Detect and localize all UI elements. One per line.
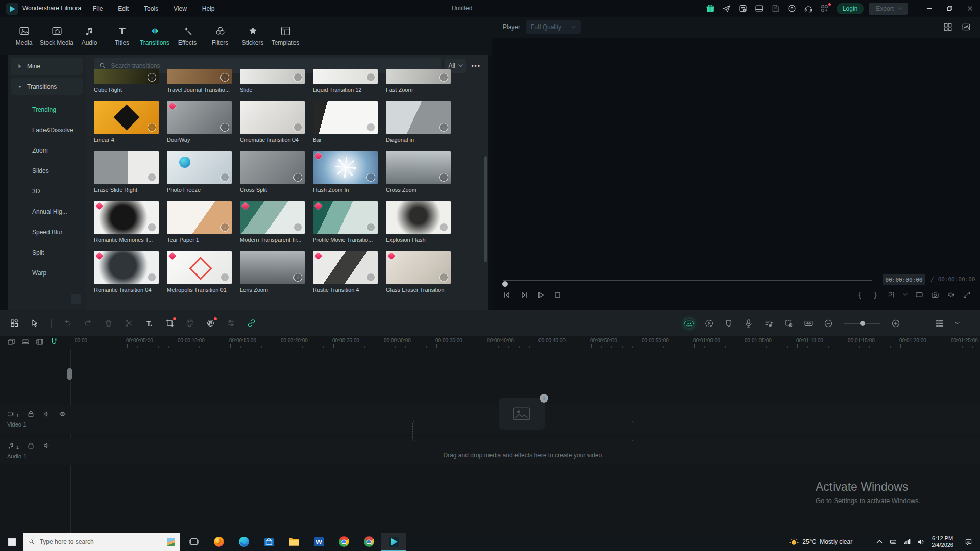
text-tool-icon[interactable]: T.	[145, 319, 154, 328]
start-button-icon[interactable]	[0, 533, 23, 551]
export-upload-icon[interactable]	[788, 4, 797, 13]
download-icon[interactable]	[220, 173, 229, 182]
delete-icon[interactable]	[104, 319, 113, 328]
snapshot-icon[interactable]	[931, 291, 939, 299]
timeline-zoom-slider[interactable]	[844, 323, 880, 324]
download-icon[interactable]	[366, 273, 375, 282]
transition-item[interactable]: Photo Freeze	[167, 151, 232, 193]
tab[interactable]: Stickers	[238, 25, 267, 46]
taskbar-search[interactable]	[23, 533, 180, 551]
keyboard-shortcut-icon[interactable]	[21, 338, 30, 346]
layout-grid-icon[interactable]	[943, 22, 952, 32]
clock[interactable]: 6:12 PM 2/4/2026	[932, 535, 953, 548]
download-icon[interactable]	[293, 223, 302, 232]
display-device-icon[interactable]	[915, 291, 923, 299]
download-icon[interactable]	[148, 173, 156, 182]
tab[interactable]: Transitions	[140, 25, 169, 46]
download-icon[interactable]	[293, 123, 302, 132]
transition-item[interactable]: Modern Transparent Tr...	[240, 201, 305, 243]
stop-icon[interactable]	[553, 291, 562, 299]
marker-icon[interactable]	[724, 319, 733, 328]
mute-icon[interactable]	[43, 442, 51, 449]
sidebar-item[interactable]: Split	[8, 242, 86, 263]
track-manager-icon[interactable]	[935, 319, 944, 328]
preview-render-icon[interactable]	[784, 319, 793, 328]
transition-item[interactable]: Diagonal in	[386, 101, 451, 143]
tab[interactable]: Titles	[107, 25, 137, 46]
download-icon[interactable]	[366, 223, 375, 232]
transition-item[interactable]: Romantic Transition 04	[94, 251, 159, 293]
screen-split-icon[interactable]	[7, 338, 15, 346]
transition-item[interactable]: Cinematic Transition 04	[240, 101, 305, 143]
timeline-ruler[interactable]: 00:0000:00:05:0000:00:10:0000:00:15:0000…	[70, 336, 980, 349]
sidebar-item[interactable]: Trending	[8, 99, 86, 120]
zoom-out-icon[interactable]	[824, 319, 833, 328]
sidebar-item[interactable]: Warp	[8, 263, 86, 283]
touch-keyboard-icon[interactable]	[890, 538, 897, 545]
panel-layout-icon[interactable]	[755, 4, 764, 13]
sidebar-group-transitions[interactable]: Transitions	[11, 78, 83, 95]
menu-item[interactable]: Tools	[144, 5, 158, 12]
ai-copilot-toggle-icon[interactable]	[684, 319, 694, 328]
add-media-icon[interactable]: +	[540, 394, 548, 403]
audio-list-icon[interactable]	[764, 319, 773, 328]
color-palette-icon[interactable]	[186, 319, 194, 328]
fullscreen-icon[interactable]	[963, 291, 971, 299]
menu-item[interactable]: Edit	[118, 5, 129, 12]
select-tool-icon[interactable]	[31, 319, 39, 328]
download-icon[interactable]	[439, 123, 448, 132]
adjust-icon[interactable]	[227, 319, 235, 328]
mark-out-icon[interactable]: }	[871, 291, 879, 299]
support-headset-icon[interactable]	[804, 4, 813, 13]
transition-item[interactable]: Fast Zoom	[386, 69, 451, 93]
lock-icon[interactable]	[27, 442, 35, 449]
caret-down-icon[interactable]	[955, 319, 960, 328]
zoom-slider-handle[interactable]	[860, 321, 865, 326]
transition-item[interactable]: Travel Journal Transitio...	[167, 69, 232, 93]
task-list-icon[interactable]	[739, 4, 748, 13]
caret-down-icon[interactable]	[903, 291, 908, 299]
download-icon[interactable]	[148, 73, 156, 82]
transition-item[interactable]: Cross Zoom	[386, 151, 451, 193]
sidebar-item[interactable]: Fade&Dissolve	[8, 120, 86, 140]
download-icon[interactable]	[148, 273, 156, 282]
sidebar-item[interactable]: Zoom	[8, 140, 86, 161]
playhead-handle[interactable]	[67, 368, 72, 380]
transition-item[interactable]: Cube Right	[94, 69, 159, 93]
speaker-icon[interactable]	[947, 291, 955, 299]
download-icon[interactable]	[439, 223, 448, 232]
chevron-up-icon[interactable]	[876, 538, 883, 545]
transition-item[interactable]: Metropolis Transition 01	[167, 251, 232, 293]
download-icon[interactable]	[366, 123, 375, 132]
tab[interactable]: Media	[9, 25, 39, 46]
download-icon[interactable]	[148, 123, 156, 132]
collapse-sidebar-button[interactable]	[71, 294, 81, 304]
download-icon[interactable]	[220, 273, 229, 282]
minimize-icon[interactable]	[919, 0, 939, 17]
download-icon[interactable]	[220, 73, 229, 82]
download-icon[interactable]	[439, 73, 448, 82]
menu-item[interactable]: View	[174, 5, 187, 12]
download-icon[interactable]	[439, 173, 448, 182]
download-icon[interactable]	[220, 123, 229, 132]
download-icon[interactable]	[293, 273, 302, 282]
split-icon[interactable]	[125, 319, 133, 328]
download-icon[interactable]	[148, 223, 156, 232]
eye-icon[interactable]	[59, 410, 66, 418]
transition-item[interactable]: Profile Movie Transitio...	[313, 201, 378, 243]
transition-item[interactable]: Lens Zoom	[240, 251, 305, 293]
download-icon[interactable]	[293, 173, 302, 182]
send-icon[interactable]	[722, 4, 731, 13]
link-icon[interactable]	[247, 319, 256, 328]
quality-dropdown[interactable]: Full Quality	[526, 20, 581, 34]
action-center-icon[interactable]	[962, 538, 975, 546]
snapping-magnet-icon[interactable]	[50, 338, 58, 346]
download-icon[interactable]	[220, 223, 229, 232]
apps-grid-icon[interactable]	[820, 4, 829, 13]
tab[interactable]: Templates	[271, 25, 300, 46]
login-button[interactable]: Login	[837, 3, 864, 14]
tab[interactable]: Stock Media	[42, 25, 71, 46]
record-voiceover-icon[interactable]	[744, 319, 753, 328]
transition-item[interactable]: Explosion Flash	[386, 201, 451, 243]
player-scrubber[interactable]	[503, 280, 872, 281]
